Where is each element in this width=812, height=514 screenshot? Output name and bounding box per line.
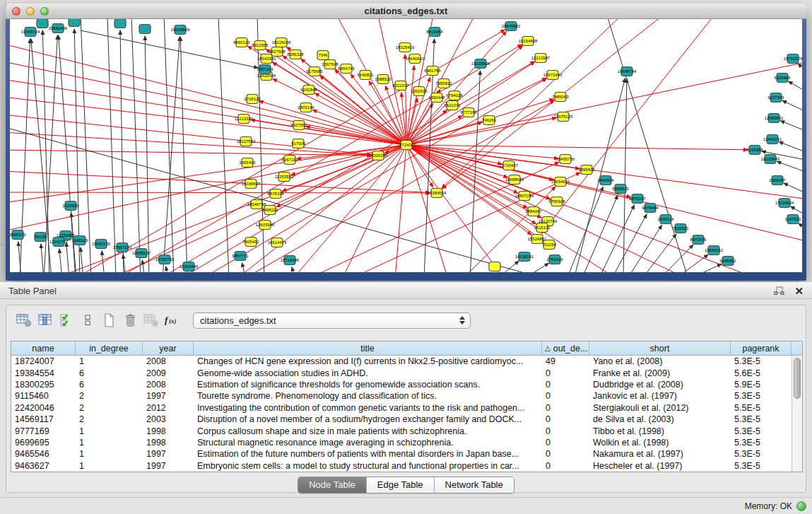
- cell-out_de[interactable]: 0: [542, 414, 589, 425]
- cell-name[interactable]: 19384554: [11, 367, 76, 378]
- cell-short[interactable]: Wolkin et al. (1998): [589, 437, 731, 448]
- cell-pagerank[interactable]: 5.3E-5: [731, 356, 792, 367]
- cell-year[interactable]: 2008: [143, 379, 194, 390]
- cell-name[interactable]: 9115460: [11, 390, 76, 402]
- cell-pagerank[interactable]: 5.3E-5: [731, 414, 792, 425]
- cell-in_degree[interactable]: 6: [76, 367, 143, 378]
- cell-name[interactable]: 9465546: [11, 448, 76, 460]
- cell-year[interactable]: 2012: [143, 402, 194, 414]
- cell-pagerank[interactable]: 5.3E-5: [731, 460, 792, 472]
- cell-pagerank[interactable]: 5.9E-5: [731, 379, 792, 390]
- new-column-icon[interactable]: [98, 311, 119, 329]
- column-header-pagerank[interactable]: pagerank: [731, 341, 792, 355]
- table-row[interactable]: 969969511998Structural magnetic resonanc…: [11, 437, 792, 448]
- cell-out_de[interactable]: 0: [542, 367, 589, 378]
- cell-title[interactable]: Disruption of a novel member of a sodium…: [194, 414, 542, 425]
- cell-in_degree[interactable]: 2: [76, 390, 143, 402]
- cell-out_de[interactable]: 49: [542, 356, 589, 367]
- table-row[interactable]: 1938455462009Genome-wide association stu…: [11, 367, 792, 378]
- citation-network-graph[interactable]: 1872400786601238912955182260589827508818…: [10, 19, 802, 272]
- network-window-titlebar[interactable]: citations_edges.txt: [6, 4, 806, 19]
- cell-short[interactable]: de Silva et al. (2003): [589, 414, 731, 425]
- graph-node-teal[interactable]: [139, 25, 151, 34]
- zoom-window-button[interactable]: [40, 7, 49, 16]
- memory-status-indicator-icon[interactable]: [796, 501, 806, 511]
- table-row[interactable]: 946362711997Embryonic stem cells: a mode…: [11, 460, 792, 472]
- cell-year[interactable]: 1997: [143, 390, 194, 402]
- graph-node-teal[interactable]: [114, 19, 126, 28]
- table-row[interactable]: 977716911998Corpus callosum shape and si…: [11, 425, 792, 436]
- cell-short[interactable]: Tibbo et al. (1998): [589, 425, 731, 436]
- cell-short[interactable]: Yano et al. (2008): [589, 356, 731, 367]
- cell-short[interactable]: Franke et al. (2009): [589, 367, 731, 378]
- cell-pagerank[interactable]: 5.3E-5: [731, 437, 792, 448]
- cell-name[interactable]: 9463627: [11, 460, 76, 472]
- cell-title[interactable]: Structural magnetic resonance image aver…: [194, 437, 542, 448]
- table-row[interactable]: 1872400712008Changes of HCN gene express…: [11, 356, 792, 367]
- table-row[interactable]: 911546021997Tourette syndrome. Phenomeno…: [11, 390, 792, 402]
- cell-year[interactable]: 1997: [143, 448, 194, 460]
- delete-column-icon[interactable]: [119, 311, 141, 329]
- cell-year[interactable]: 2008: [143, 356, 194, 367]
- cell-out_de[interactable]: 0: [542, 390, 589, 402]
- cell-pagerank[interactable]: 5.5E-5: [731, 402, 792, 414]
- cell-pagerank[interactable]: 5.3E-5: [731, 425, 792, 436]
- cell-in_degree[interactable]: 2: [76, 402, 143, 414]
- network-canvas[interactable]: 1872400786601238912955182260589827508818…: [10, 19, 802, 272]
- cell-out_de[interactable]: 0: [542, 437, 589, 448]
- cell-in_degree[interactable]: 1: [76, 425, 143, 436]
- cell-title[interactable]: Investigating the contribution of common…: [194, 402, 542, 414]
- cell-title[interactable]: Changes of HCN gene expression and I(f) …: [194, 356, 542, 367]
- vertical-scrollbar[interactable]: [792, 356, 802, 472]
- close-panel-icon[interactable]: ✕: [794, 286, 804, 296]
- column-header-out_de[interactable]: △out_de...: [542, 341, 589, 355]
- cell-year[interactable]: 1997: [143, 460, 194, 472]
- column-header-short[interactable]: short: [589, 341, 731, 355]
- cell-name[interactable]: 18724007: [11, 356, 76, 367]
- column-header-name[interactable]: name: [11, 341, 76, 355]
- cell-title[interactable]: Estimation of significance thresholds fo…: [194, 379, 542, 390]
- scrollbar-thumb[interactable]: [794, 358, 801, 399]
- graph-node-teal[interactable]: [69, 19, 80, 27]
- cell-year[interactable]: 2009: [143, 367, 194, 378]
- cell-out_de[interactable]: 0: [542, 460, 589, 472]
- panel-collapse-arrow-icon[interactable]: ›: [1, 241, 3, 248]
- cell-name[interactable]: 9777169: [11, 425, 76, 436]
- cell-year[interactable]: 1998: [143, 437, 194, 448]
- table-row[interactable]: 2242004622012Investigating the contribut…: [11, 402, 792, 414]
- cell-in_degree[interactable]: 2: [76, 414, 143, 425]
- cell-pagerank[interactable]: 5.3E-5: [731, 448, 792, 460]
- table-options-icon[interactable]: [13, 311, 35, 329]
- row-layout-icon[interactable]: [77, 311, 98, 329]
- cell-title[interactable]: Embryonic stem cells: a model to study s…: [194, 460, 542, 472]
- cell-out_de[interactable]: 0: [542, 448, 589, 460]
- tab-network-table[interactable]: Network Table: [434, 477, 514, 493]
- cell-short[interactable]: Hescheler et al. (1997): [589, 460, 731, 472]
- table-row[interactable]: 1456911722003Disruption of a novel membe…: [11, 414, 792, 425]
- float-panel-icon[interactable]: [774, 286, 784, 296]
- cell-short[interactable]: Dudbridge et al. (2008): [589, 379, 731, 390]
- column-header-year[interactable]: year: [143, 341, 194, 355]
- cell-in_degree[interactable]: 1: [76, 356, 143, 367]
- column-header-in_degree[interactable]: in_degree: [76, 341, 143, 355]
- tab-node-table[interactable]: Node Table: [298, 477, 366, 493]
- cell-title[interactable]: Genome-wide association studies in ADHD.: [194, 367, 542, 378]
- cell-in_degree[interactable]: 1: [76, 437, 143, 448]
- function-builder-icon[interactable]: f(x): [162, 311, 183, 329]
- cell-year[interactable]: 2003: [143, 414, 194, 425]
- graph-node-yellow[interactable]: [489, 262, 500, 271]
- cell-in_degree[interactable]: 1: [76, 448, 143, 460]
- cell-title[interactable]: Estimation of the future numbers of pati…: [194, 448, 542, 460]
- cell-short[interactable]: Stergiakouli et al. (2012): [589, 402, 731, 414]
- table-row[interactable]: 946554611997Estimation of the future num…: [11, 448, 792, 460]
- cell-year[interactable]: 1998: [143, 425, 194, 436]
- table-row[interactable]: 1830029562008Estimation of significance …: [11, 379, 792, 390]
- column-header-title[interactable]: title: [194, 341, 542, 355]
- cell-pagerank[interactable]: 5.3E-5: [731, 390, 792, 402]
- cell-pagerank[interactable]: 5.6E-5: [731, 367, 792, 378]
- cell-short[interactable]: Jankovic et al. (1997): [589, 390, 731, 402]
- select-rows-icon[interactable]: [56, 311, 77, 329]
- graph-node-teal[interactable]: [37, 19, 48, 28]
- table-select-dropdown[interactable]: citations_edges.txt: [193, 313, 471, 329]
- close-window-button[interactable]: [12, 7, 20, 16]
